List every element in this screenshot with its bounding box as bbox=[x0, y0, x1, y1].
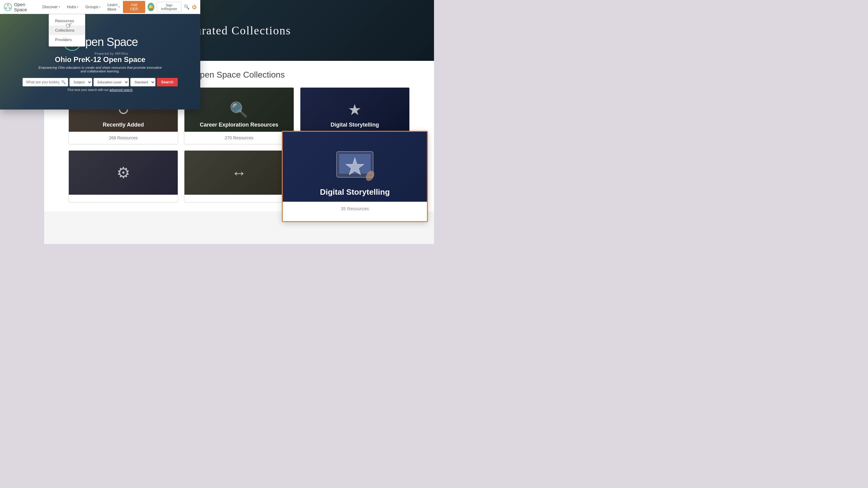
app-window: Open Space Discover ▾ Hubs ▾ Groups ▾ Le… bbox=[0, 0, 200, 109]
education-level-select[interactable]: Education Level bbox=[93, 78, 129, 87]
subject-select[interactable]: Subject bbox=[69, 78, 92, 87]
collection-card-image-digital: ★ Digital Storytelling bbox=[300, 88, 409, 132]
star-icon: ★ bbox=[348, 101, 362, 119]
search-button[interactable]: 🔍 bbox=[184, 4, 190, 10]
discover-dropdown: Resources Collections Providers bbox=[49, 14, 85, 46]
collection-card-image-bottom-left: ⚙ bbox=[69, 151, 178, 195]
app-hero: pen Space Powered by INFOhio Ohio PreK-1… bbox=[0, 14, 200, 109]
highlighted-card-title: Digital Storytelling bbox=[283, 187, 427, 197]
advanced-search-link[interactable]: advanced search bbox=[110, 88, 133, 92]
navbar-items: Discover ▾ Hubs ▾ Groups ▾ Learn More ▾ bbox=[39, 1, 123, 13]
logo-icon bbox=[4, 2, 12, 12]
collection-card-image-bottom-middle: ↔ bbox=[184, 151, 293, 195]
search-magnifier-icon: 🔍 bbox=[61, 80, 66, 84]
app-tagline: Empowering Ohio educators to create and … bbox=[36, 66, 164, 73]
svg-line-4 bbox=[6, 5, 8, 8]
hero-title: Curated Collections bbox=[187, 24, 291, 37]
search-bar: 🔍 Subject Education Level Standard Searc… bbox=[23, 78, 178, 87]
discover-chevron: ▾ bbox=[59, 5, 60, 8]
nav-groups[interactable]: Groups ▾ bbox=[82, 3, 104, 11]
groups-chevron: ▾ bbox=[99, 5, 101, 8]
card-count-recently-added: 268 Resources bbox=[69, 132, 178, 144]
dropdown-collections[interactable]: Collections bbox=[49, 26, 85, 35]
search-submit-button[interactable]: Search bbox=[157, 78, 178, 87]
add-oer-button[interactable]: Add OER bbox=[123, 1, 145, 13]
collection-card-image-career: 🔍 Career Exploration Resources bbox=[184, 88, 293, 132]
hubs-chevron: ▾ bbox=[77, 5, 79, 8]
card-title-career: Career Exploration Resources bbox=[184, 122, 293, 128]
dropdown-providers[interactable]: Providers bbox=[49, 35, 85, 44]
collection-card-career[interactable]: 🔍 Career Exploration Resources 270 Resou… bbox=[184, 87, 294, 144]
nav-learn-more[interactable]: Learn More ▾ bbox=[104, 1, 123, 13]
highlighted-card-image: Digital Storytelling bbox=[283, 132, 427, 202]
navbar-right: 🔔 Sign In/Register 🔍 ⏻ bbox=[148, 2, 196, 12]
highlighted-card-digital-storytelling[interactable]: Digital Storytelling 35 Resources bbox=[282, 131, 428, 222]
power-button[interactable]: ⏻ bbox=[192, 4, 196, 9]
tablet-illustration bbox=[331, 149, 379, 185]
standard-select[interactable]: Standard bbox=[130, 78, 156, 87]
hero-logo-text: pen Space bbox=[85, 36, 138, 49]
card-count-bottom-left bbox=[69, 195, 178, 202]
card-count-bottom-middle bbox=[184, 195, 293, 202]
learn-more-chevron: ▾ bbox=[118, 5, 120, 8]
hero-banner-content: Curated Collections bbox=[187, 24, 291, 37]
notifications-button[interactable]: 🔔 bbox=[148, 3, 154, 11]
hero-powered-by: Powered by INFOhio bbox=[95, 52, 128, 55]
arrows-icon: ↔ bbox=[231, 164, 247, 182]
advanced-search-hint: Fine tune your search with our advanced … bbox=[68, 88, 132, 92]
nav-hubs[interactable]: Hubs ▾ bbox=[64, 3, 82, 11]
nav-discover[interactable]: Discover ▾ bbox=[39, 3, 63, 11]
navbar-logo: Open Space bbox=[4, 2, 36, 12]
card-count-career: 270 Resources bbox=[184, 132, 293, 144]
logo-text: Open Space bbox=[14, 2, 36, 12]
app-main-heading: Ohio PreK-12 Open Space bbox=[55, 55, 145, 64]
highlighted-card-count: 35 Resources bbox=[283, 202, 427, 216]
gear-icon: ⚙ bbox=[117, 164, 130, 182]
collection-card-bottom-middle[interactable]: ↔ bbox=[184, 150, 294, 202]
card-title-digital: Digital Storytelling bbox=[300, 122, 409, 128]
sign-in-button[interactable]: Sign In/Register bbox=[157, 2, 181, 12]
card-title-recently-added: Recently Added bbox=[69, 122, 178, 128]
dropdown-resources[interactable]: Resources bbox=[49, 16, 85, 26]
svg-line-5 bbox=[8, 5, 10, 8]
collection-card-bottom-left[interactable]: ⚙ bbox=[68, 150, 178, 202]
search-input-wrap: 🔍 bbox=[23, 78, 68, 87]
career-icon: 🔍 bbox=[229, 101, 248, 119]
navbar: Open Space Discover ▾ Hubs ▾ Groups ▾ Le… bbox=[0, 0, 200, 14]
